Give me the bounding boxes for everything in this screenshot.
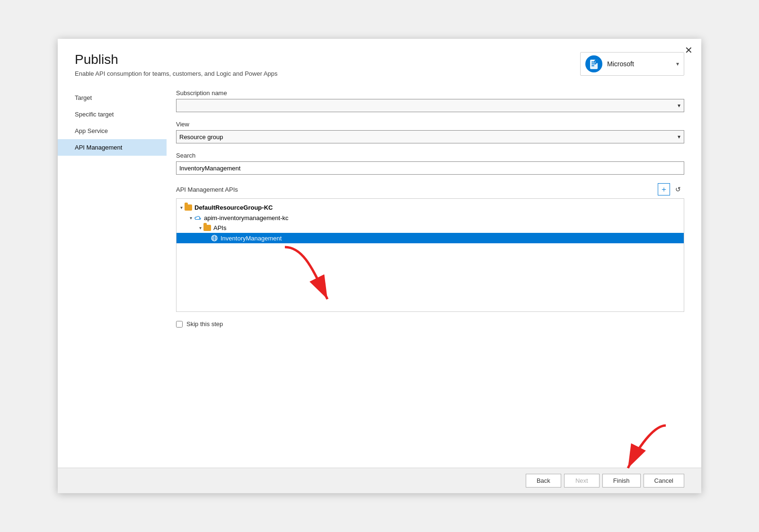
tree-node-inventory[interactable]: InventoryManagement bbox=[177, 233, 684, 243]
root-group-label: DefaultResourceGroup-KC bbox=[194, 204, 273, 211]
close-button[interactable]: ✕ bbox=[685, 45, 693, 55]
view-select-wrapper: Resource group bbox=[176, 130, 684, 143]
tree-section-header: API Management APIs ＋ ↺ bbox=[176, 183, 684, 195]
sidebar-item-target[interactable]: Target bbox=[58, 89, 167, 106]
main-content: Subscription name View Resource group bbox=[167, 85, 701, 468]
tree-arrow-apim: ▾ bbox=[190, 215, 192, 221]
next-button[interactable]: Next bbox=[564, 474, 600, 488]
view-group: View Resource group bbox=[176, 121, 684, 143]
sidebar-item-api-management[interactable]: API Management bbox=[58, 139, 167, 156]
back-button[interactable]: Back bbox=[526, 474, 561, 488]
view-select[interactable]: Resource group bbox=[176, 130, 684, 143]
account-chevron-icon: ▾ bbox=[676, 61, 679, 67]
skip-label: Skip this step bbox=[186, 320, 223, 328]
refresh-button[interactable]: ↺ bbox=[672, 183, 684, 195]
sidebar-item-specific-target[interactable]: Specific target bbox=[58, 106, 167, 123]
subscription-select-wrapper bbox=[176, 99, 684, 112]
subscription-label: Subscription name bbox=[176, 89, 684, 97]
api-management-tree: ▾ DefaultResourceGroup-KC ▾ apim-invento… bbox=[176, 198, 684, 312]
sidebar-item-app-service[interactable]: App Service bbox=[58, 123, 167, 139]
tree-arrow-apis: ▾ bbox=[199, 225, 202, 231]
account-selector[interactable]: i Microsoft ▾ bbox=[580, 52, 684, 76]
dialog-footer: Back Next Finish Cancel bbox=[58, 468, 701, 493]
dialog-subtitle: Enable API consumption for teams, custom… bbox=[75, 70, 278, 77]
finish-button[interactable]: Finish bbox=[602, 474, 641, 488]
tree-node-root-group[interactable]: ▾ DefaultResourceGroup-KC bbox=[177, 203, 684, 213]
svg-rect-2 bbox=[591, 63, 596, 64]
subscription-select[interactable] bbox=[176, 99, 684, 112]
cloud-icon bbox=[194, 214, 202, 222]
tree-group: API Management APIs ＋ ↺ ▾ bbox=[176, 183, 684, 312]
add-api-button[interactable]: ＋ bbox=[658, 183, 670, 195]
refresh-icon: ↺ bbox=[675, 186, 681, 193]
skip-row: Skip this step bbox=[176, 320, 684, 332]
svg-rect-3 bbox=[591, 65, 594, 66]
dialog-header: Publish Enable API consumption for teams… bbox=[58, 39, 701, 85]
sidebar: Target Specific target App Service API M… bbox=[58, 85, 167, 468]
folder-icon-root bbox=[185, 204, 192, 211]
apis-label: APIs bbox=[213, 224, 226, 231]
tree-arrow-root: ▾ bbox=[180, 205, 183, 210]
account-name: Microsoft bbox=[607, 60, 672, 68]
cancel-button[interactable]: Cancel bbox=[644, 474, 684, 488]
skip-checkbox[interactable] bbox=[176, 321, 183, 328]
search-label: Search bbox=[176, 152, 684, 159]
account-icon: i bbox=[585, 55, 602, 72]
folder-icon-apis bbox=[203, 225, 211, 231]
tree-action-icons: ＋ ↺ bbox=[658, 183, 684, 195]
tree-node-apis[interactable]: ▾ APIs bbox=[177, 223, 684, 233]
dialog-title: Publish bbox=[75, 52, 278, 67]
dialog-body: Target Specific target App Service API M… bbox=[58, 85, 701, 468]
api-globe-icon bbox=[211, 234, 218, 242]
search-input[interactable] bbox=[176, 161, 684, 175]
plus-icon: ＋ bbox=[660, 185, 668, 195]
view-label: View bbox=[176, 121, 684, 128]
subscription-group: Subscription name bbox=[176, 89, 684, 112]
publish-dialog: ✕ Publish Enable API consumption for tea… bbox=[58, 39, 701, 493]
inventory-label: InventoryManagement bbox=[221, 235, 282, 242]
tree-node-apim[interactable]: ▾ apim-inventorymanagement-kc bbox=[177, 213, 684, 223]
tree-section-title: API Management APIs bbox=[176, 186, 238, 193]
apim-label: apim-inventorymanagement-kc bbox=[204, 214, 288, 222]
title-area: Publish Enable API consumption for teams… bbox=[75, 52, 278, 77]
search-group: Search bbox=[176, 152, 684, 175]
